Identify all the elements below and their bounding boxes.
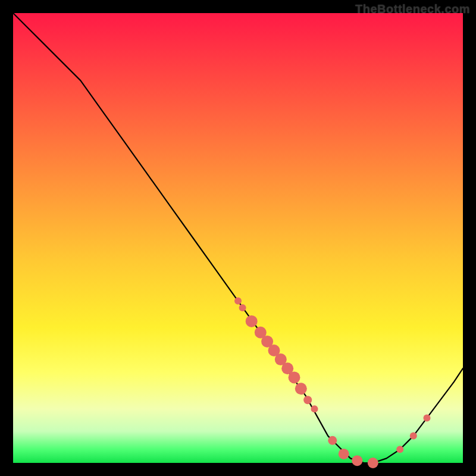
curve-marker — [396, 446, 403, 453]
curve-marker — [239, 304, 246, 311]
curve-marker — [303, 396, 312, 404]
curve-marker — [328, 436, 337, 445]
curve-marker — [339, 449, 349, 459]
curve-markers — [234, 298, 431, 468]
curve-marker — [289, 371, 300, 383]
chart-frame: TheBottleneck.com — [0, 0, 476, 476]
curve-overlay — [13, 13, 463, 463]
curve-marker — [352, 455, 362, 466]
curve-marker — [246, 315, 258, 327]
bottleneck-curve — [13, 13, 463, 463]
attribution-watermark: TheBottleneck.com — [355, 2, 470, 16]
curve-marker — [311, 405, 318, 412]
curve-marker — [424, 414, 431, 421]
curve-marker — [410, 433, 417, 440]
curve-marker — [368, 458, 378, 468]
curve-marker — [234, 298, 242, 305]
curve-marker — [295, 383, 307, 394]
